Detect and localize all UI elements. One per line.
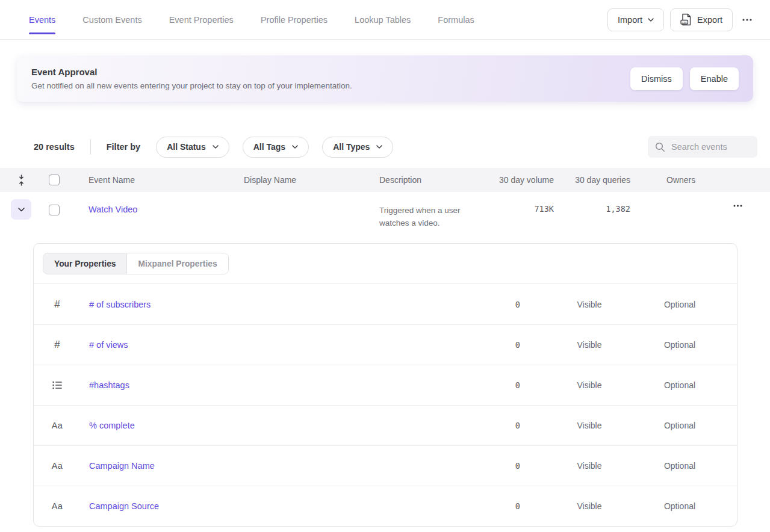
property-row: # # of subscribers 0 Visible Optional	[34, 284, 737, 324]
svg-text:csv: csv	[682, 20, 687, 24]
filter-by-label: Filter by	[107, 142, 140, 152]
property-name-link[interactable]: Campaign Source	[89, 501, 159, 511]
nav-tab[interactable]: Events	[29, 0, 55, 39]
import-button[interactable]: Import	[607, 8, 664, 31]
nav-tab[interactable]: Profile Properties	[261, 0, 328, 39]
row-options-button[interactable]	[730, 200, 746, 212]
property-name-link[interactable]: # of subscribers	[89, 300, 151, 309]
column-header-owners: Owners	[666, 175, 727, 185]
property-requirement: Optional	[635, 300, 725, 309]
chevron-down-icon	[376, 145, 382, 149]
properties-tab-label: Your Properties	[54, 259, 116, 268]
select-all-column	[33, 175, 88, 185]
volume-cell: 713K	[494, 200, 554, 214]
nav-tab-label: Event Properties	[169, 15, 234, 25]
divider	[90, 139, 91, 155]
row-select-cell	[33, 200, 88, 215]
chevron-down-icon	[648, 18, 654, 22]
event-name-link[interactable]: Watch Video	[88, 205, 137, 214]
number-icon: #	[51, 298, 64, 311]
nav-tab[interactable]: Lookup Tables	[355, 0, 411, 39]
number-icon: #	[51, 339, 64, 351]
volume-value: 713K	[534, 204, 554, 214]
event-table-row: Watch Video Triggered when a user watche…	[0, 192, 770, 243]
property-row: Aa Campaign Name 0 Visible Optional	[34, 445, 737, 486]
nav-tab-label: Formulas	[438, 15, 474, 25]
select-all-checkbox[interactable]	[49, 175, 60, 185]
property-row: Aa % complete 0 Visible Optional	[34, 405, 737, 445]
column-header-volume: 30 day volume	[494, 175, 554, 185]
row-checkbox[interactable]	[49, 205, 60, 215]
column-header-description: Description	[379, 175, 494, 185]
filter-bar: 20 results Filter by All Status All Tags…	[34, 136, 757, 158]
property-visibility: Visible	[544, 340, 635, 350]
property-visibility: Visible	[544, 300, 635, 309]
property-name-cell: # of views	[89, 340, 460, 350]
nav-tab-label: Events	[29, 15, 55, 25]
filter-dropdown-label: All Types	[333, 142, 370, 152]
property-value: 0	[460, 421, 520, 430]
property-row: # # of views 0 Visible Optional	[34, 324, 737, 365]
nav-tab[interactable]: Event Properties	[169, 0, 234, 39]
banner-title: Event Approval	[31, 67, 352, 77]
properties-tab-label: Mixpanel Properties	[138, 259, 217, 268]
property-visibility: Visible	[544, 461, 635, 471]
export-button[interactable]: csv Export	[670, 8, 733, 31]
property-value: 0	[460, 300, 520, 309]
filter-dropdown[interactable]: All Tags	[243, 137, 309, 158]
property-name-cell: % complete	[89, 421, 460, 430]
banner-text: Event Approval Get notified on all new e…	[31, 67, 352, 90]
properties-tabs-bar: Your Properties Mixpanel Properties	[34, 244, 737, 284]
nav-actions: Import csv Export	[607, 8, 756, 31]
property-requirement: Optional	[635, 421, 725, 430]
nav-tab[interactable]: Formulas	[438, 0, 474, 39]
row-menu-cell	[727, 200, 770, 212]
column-header-event-name: Event Name	[88, 175, 244, 185]
property-value: 0	[460, 380, 520, 390]
property-name-cell: # of subscribers	[89, 300, 460, 309]
property-visibility: Visible	[544, 380, 635, 390]
nav-tab-label: Lookup Tables	[355, 15, 411, 25]
import-button-label: Import	[618, 15, 642, 25]
property-requirement: Optional	[635, 501, 725, 511]
export-button-label: Export	[697, 15, 722, 25]
event-approval-banner: Event Approval Get notified on all new e…	[17, 55, 753, 102]
nav-tab[interactable]: Custom Events	[82, 0, 141, 39]
list-icon	[51, 381, 64, 389]
filter-dropdown[interactable]: All Status	[156, 137, 229, 158]
ellipsis-icon	[742, 19, 752, 21]
chevron-down-icon	[292, 145, 298, 149]
row-expand-cell	[10, 200, 33, 220]
collapse-row-button[interactable]	[11, 199, 31, 220]
properties-tab[interactable]: Your Properties	[43, 253, 126, 274]
more-options-button[interactable]	[739, 14, 756, 26]
dismiss-button[interactable]: Dismiss	[630, 67, 683, 90]
property-requirement: Optional	[635, 380, 725, 390]
collapse-all-column	[10, 175, 33, 186]
filter-dropdown[interactable]: All Types	[322, 137, 393, 158]
property-name-link[interactable]: % complete	[89, 421, 135, 430]
queries-value: 1,382	[606, 204, 630, 214]
property-row: #hashtags 0 Visible Optional	[34, 365, 737, 405]
enable-button[interactable]: Enable	[690, 67, 739, 90]
events-table-header: Event Name Display Name Description 30 d…	[0, 168, 770, 192]
nav-tab-label: Profile Properties	[261, 15, 328, 25]
top-navigation: Events Custom Events Event Properties Pr…	[0, 0, 770, 40]
collapse-all-icon[interactable]	[17, 175, 25, 186]
property-name-link[interactable]: Campaign Name	[89, 461, 155, 471]
column-header-queries: 30 day queries	[554, 175, 630, 185]
property-value: 0	[460, 501, 520, 511]
text-icon: Aa	[51, 501, 64, 511]
properties-tab[interactable]: Mixpanel Properties	[126, 253, 228, 274]
property-visibility: Visible	[544, 501, 635, 511]
chevron-down-icon	[213, 145, 219, 149]
filter-dropdown-label: All Tags	[253, 142, 285, 152]
property-name-link[interactable]: #hashtags	[89, 380, 129, 390]
property-value: 0	[460, 340, 520, 350]
search-events-box[interactable]	[648, 136, 757, 158]
search-events-input[interactable]	[671, 142, 750, 152]
property-name-link[interactable]: # of views	[89, 340, 128, 350]
property-visibility: Visible	[544, 421, 635, 430]
event-name-cell: Watch Video	[88, 200, 244, 214]
nav-tabs: Events Custom Events Event Properties Pr…	[29, 0, 474, 39]
